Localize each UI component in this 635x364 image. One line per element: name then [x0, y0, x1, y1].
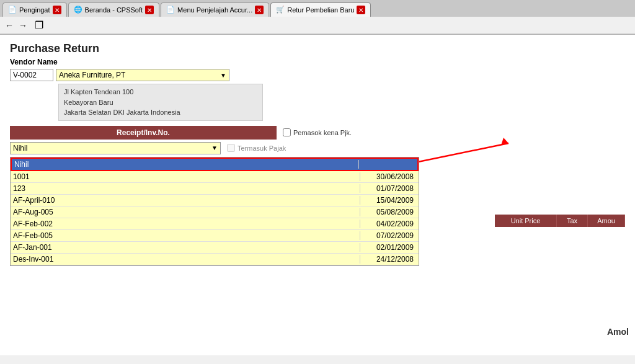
tab-label-beranda: Beranda - CPSSoft — [85, 6, 143, 14]
tab-icon-menu: 📄 — [166, 6, 175, 14]
dropdown-list: Nihil 1001 30/06/2008 123 01/07/2008 AF-… — [10, 157, 419, 266]
tab-icon-beranda: 🌐 — [74, 6, 82, 14]
dropdown-inv-no-af-april: AF-April-010 — [13, 196, 360, 205]
page-title: Purchase Return — [10, 42, 625, 55]
dropdown-item-af-april-010[interactable]: AF-April-010 15/04/2009 — [11, 195, 419, 206]
col-amount: Amou — [588, 215, 625, 227]
tab-close-retur[interactable]: ✕ — [357, 6, 365, 14]
vendor-label: Vendor Name — [10, 58, 625, 66]
dropdown-item-af-jan-001[interactable]: AF-Jan-001 02/01/2009 — [11, 242, 419, 254]
dropdown-item-af-feb-005[interactable]: AF-Feb-005 07/02/2009 — [11, 230, 419, 242]
checkbox-pemasok-label: Pemasok kena Pjk. — [293, 129, 352, 136]
receipt-select-row: Nihil ▼ Termasuk Pajak — [10, 142, 625, 154]
tab-close-pengingat[interactable]: ✕ — [53, 6, 61, 14]
tab-icon-pengingat: 📄 — [8, 6, 17, 14]
main-content: Purchase Return Vendor Name Aneka Furnit… — [0, 35, 635, 355]
receipt-header: Receipt/Inv.No. — [10, 126, 277, 140]
tab-menu[interactable]: 📄 Menu Penjelajah Accur... ✕ — [161, 2, 269, 17]
dropdown-date-123: 01/07/2008 — [360, 184, 416, 193]
checkbox-termasuk-label: Termasuk Pajak — [238, 144, 286, 152]
dropdown-date-af-aug: 05/08/2009 — [360, 208, 416, 216]
dropdown-date-af-feb-005: 07/02/2009 — [360, 231, 416, 240]
dropdown-item-nihil[interactable]: Nihil — [11, 158, 419, 171]
vendor-address-line3: Jakarta Selatan DKI Jakarta Indonesia — [64, 107, 257, 118]
dropdown-inv-no-nihil: Nihil — [14, 160, 359, 169]
dropdown-inv-no-af-aug: AF-Aug-005 — [13, 208, 360, 216]
vendor-address-line1: Jl Kapten Tendean 100 — [64, 87, 257, 97]
col-unit-price: Unit Price — [495, 215, 557, 227]
receipt-select-dropdown[interactable]: Nihil ▼ — [10, 142, 221, 154]
vendor-address: Jl Kapten Tendean 100 Kebayoran Baru Jak… — [58, 84, 263, 121]
checkbox-termasuk-group: Termasuk Pajak — [227, 144, 286, 152]
dropdown-date-nihil — [359, 160, 415, 169]
dropdown-date-af-feb-002: 04/02/2009 — [360, 220, 416, 228]
dropdown-item-1001[interactable]: 1001 30/06/2008 — [11, 171, 419, 183]
dropdown-inv-no-1001: 1001 — [13, 172, 360, 181]
dropdown-inv-no-af-feb-005: AF-Feb-005 — [13, 231, 360, 240]
dropdown-inv-no-des-inv: Des-Inv-001 — [13, 255, 360, 264]
vendor-dropdown-arrow: ▼ — [220, 72, 226, 79]
nav-bar: ← → ❐ — [0, 17, 635, 34]
tab-pengingat[interactable]: 📄 Pengingat ✕ — [2, 2, 67, 17]
tab-label-menu: Menu Penjelajah Accur... — [177, 6, 252, 14]
dropdown-date-af-jan: 02/01/2009 — [360, 243, 416, 252]
dropdown-inv-no-af-feb-002: AF-Feb-002 — [13, 220, 360, 228]
copy-button[interactable]: ❐ — [35, 19, 43, 31]
dropdown-inv-no-123: 123 — [13, 184, 360, 193]
checkbox-pemasok-group: Pemasok kena Pjk. — [283, 128, 352, 136]
checkbox-termasuk[interactable] — [227, 144, 235, 152]
dropdown-item-af-aug-005[interactable]: AF-Aug-005 05/08/2009 — [11, 206, 419, 218]
amol-label: Amol — [607, 327, 629, 337]
tab-close-beranda[interactable]: ✕ — [145, 6, 154, 14]
checkbox-pemasok[interactable] — [283, 128, 291, 136]
tab-bar: 📄 Pengingat ✕ 🌐 Beranda - CPSSoft ✕ 📄 Me… — [0, 0, 635, 17]
back-button[interactable]: ← — [5, 20, 14, 30]
forward-button[interactable]: → — [19, 20, 27, 30]
tab-label-pengingat: Pengingat — [19, 6, 50, 14]
receipt-select-value: Nihil — [13, 144, 27, 153]
tab-retur[interactable]: 🛒 Retur Pembelian Baru ✕ — [270, 2, 371, 17]
vendor-name-dropdown[interactable]: Aneka Furniture, PT ▼ — [56, 69, 229, 81]
dropdown-inv-no-af-jan: AF-Jan-001 — [13, 243, 360, 252]
dropdown-item-af-feb-002[interactable]: AF-Feb-002 04/02/2009 — [11, 218, 419, 230]
vendor-row: Aneka Furniture, PT ▼ — [10, 69, 625, 81]
tab-icon-retur: 🛒 — [276, 6, 285, 14]
dropdown-item-des-inv-001[interactable]: Des-Inv-001 24/12/2008 — [11, 254, 419, 265]
tab-close-menu[interactable]: ✕ — [255, 6, 264, 14]
vendor-name-value: Aneka Furniture, PT — [59, 71, 125, 79]
vendor-code-input[interactable] — [10, 69, 53, 81]
vendor-address-line2: Kebayoran Baru — [64, 97, 257, 108]
dropdown-date-1001: 30/06/2008 — [360, 172, 416, 181]
receipt-dropdown-arrow: ▼ — [211, 144, 218, 151]
col-tax: Tax — [557, 215, 588, 227]
dropdown-item-123[interactable]: 123 01/07/2008 — [11, 183, 419, 195]
tab-label-retur: Retur Pembelian Baru — [287, 6, 354, 14]
right-table-header: Unit Price Tax Amou — [495, 215, 625, 227]
dropdown-date-af-april: 15/04/2009 — [360, 196, 416, 205]
dropdown-date-des-inv: 24/12/2008 — [360, 255, 416, 264]
receipt-header-row: Receipt/Inv.No. Pemasok kena Pjk. — [10, 126, 625, 140]
tab-beranda[interactable]: 🌐 Beranda - CPSSoft ✕ — [68, 2, 160, 17]
